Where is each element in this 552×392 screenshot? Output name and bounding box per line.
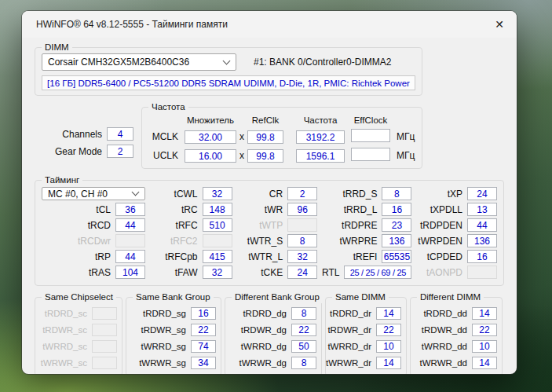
- field-trdrd-dd: tRDRD_dd 14: [415, 307, 497, 320]
- field-twrrd-sc: tWRRD_sc: [40, 340, 117, 353]
- mclk-label: MCLK: [150, 131, 185, 142]
- field-twrrd-sg: tWRRD_sg 74: [131, 340, 216, 353]
- uclk-effclock-value: [351, 148, 390, 161]
- mclk-multiplier-value: 32.00: [185, 130, 236, 144]
- timing-field-tcke: tCKE 24: [232, 266, 318, 279]
- field-label: tCPDED: [427, 251, 462, 262]
- field-twrwr-dg: tWRWR_dg 8: [230, 357, 316, 369]
- close-button[interactable]: ✕: [482, 11, 517, 38]
- field-value: [92, 357, 117, 369]
- timing-field-txp: tXP 24: [411, 187, 497, 200]
- uclk-frequency-value: 1596.1: [296, 149, 345, 163]
- group-different-bank-group-label: Different Bank Group: [232, 291, 323, 303]
- field-value: 510: [203, 218, 232, 232]
- timing-field-twtr-l: tWTR_L 32: [232, 250, 318, 263]
- field-label: tWRRD_dd: [422, 342, 467, 351]
- field-label: tWTR_S: [247, 236, 283, 247]
- timing-field-trcd: tRCD 44: [42, 218, 145, 232]
- column-header-effclock: EffClock: [351, 115, 390, 125]
- field-label: tRDWR_dg: [241, 325, 287, 335]
- timing-grid: MC #0, CH #0 tCL 36 tRCD 44 tRCDwr: [42, 187, 497, 279]
- field-value: [92, 324, 117, 336]
- field-label: tWRPDEN: [418, 236, 462, 247]
- dimm-info-box: [16 ГБ] DDR5-6400 / PC5-51200 DDR5 SDRAM…: [42, 75, 415, 90]
- timing-field-trp: tRP 44: [42, 250, 145, 263]
- field-trdrd-dr: tRDRD_dr 14: [331, 307, 401, 320]
- field-label: tRCD: [88, 220, 111, 231]
- window-titlebar[interactable]: HWiNFO® 64 v8.12-5555 - Тайминги памяти …: [22, 11, 517, 38]
- field-value: 36: [115, 203, 145, 216]
- field-value: 32: [203, 187, 232, 200]
- group-same-bank-group-label: Same Bank Group: [133, 291, 214, 303]
- mclk-effclock-value: [351, 129, 390, 142]
- field-label: tRDWR_sc: [42, 325, 87, 335]
- column-header-multiplier: Множитель: [185, 115, 236, 125]
- field-value: 8: [291, 357, 316, 369]
- field-trdrd-sg: tRDRD_sg 16: [131, 307, 216, 320]
- column-header-frequency: Частота: [296, 115, 345, 125]
- close-icon: ✕: [495, 19, 504, 30]
- group-same-chipselect-label: Same Chipselect: [42, 291, 116, 303]
- dimm-group: DIMM Corsair CMH32GX5M2B6400C36 #1: BANK…: [35, 47, 422, 96]
- field-label: tRFC2: [170, 236, 198, 247]
- field-trdrd-sc: tRDRD_sc: [40, 307, 117, 320]
- field-label: tXPDLL: [430, 204, 462, 215]
- group-different-bank-group: Different Bank Group tRDRD_dg 8 tRDWR_dg…: [225, 297, 322, 374]
- timing-group: Тайминг MC #0, CH #0 tCL 36 tRCD: [35, 180, 504, 286]
- mclk-row: MCLK 32.00 x 99.8 3192.2 МГц: [150, 129, 414, 145]
- field-trdrd-dg: tRDRD_dg 8: [230, 307, 316, 320]
- multiply-sign: x: [236, 131, 247, 142]
- field-label: tRC: [181, 204, 198, 215]
- field-value: 22: [376, 324, 401, 336]
- field-trdwr-dd: tRDWR_dd 22: [415, 324, 497, 336]
- timing-column-2: tCWL 32 tRC 148 tRFC 510 tRFC2: [145, 187, 232, 279]
- mclk-frequency-value: 3192.2: [296, 130, 345, 144]
- field-value: 22: [291, 324, 316, 336]
- timing-field-rtl: RTL 25 / 25 / 69 / 25: [317, 266, 411, 279]
- uclk-multiplier-value: 16.00: [185, 149, 236, 163]
- timing-field-trefi: tREFI 65535: [317, 250, 411, 263]
- timing-group-label: Тайминг: [42, 174, 82, 186]
- field-twrwr-dr: tWRWR_dr 14: [331, 357, 401, 369]
- gear-mode-value: 2: [107, 145, 133, 158]
- frequency-group: Частота Множитель RefClk Частота EffCloc…: [141, 107, 422, 169]
- group-same-dimm: Same DIMM tRDRD_dr 14 tRDWR_dr 22 tWRRD_…: [325, 297, 407, 374]
- field-value: 50: [291, 340, 316, 353]
- uclk-unit-label: МГц: [390, 150, 414, 161]
- chevron-down-icon: [223, 57, 231, 64]
- field-label: tRRD_S: [342, 189, 377, 200]
- field-value: 32: [203, 266, 232, 279]
- frequency-section: Channels 4 Gear Mode 2 Частота Множитель: [35, 107, 504, 169]
- timing-column-5: tXP 24 tXPDLL 13 tRDPDEN 44 tWRPDEN: [411, 187, 497, 279]
- memory-controller-select[interactable]: MC #0, CH #0: [42, 187, 145, 200]
- channels-field: Channels 4: [35, 127, 133, 141]
- field-label: tRAS: [89, 267, 111, 278]
- timing-field-trc: tRC 148: [145, 203, 232, 216]
- field-label: tREFI: [353, 251, 378, 262]
- field-label: tRDPDEN: [420, 220, 462, 231]
- chevron-down-icon: [132, 189, 140, 196]
- field-label: tWTR_L: [248, 251, 283, 262]
- dimm-select[interactable]: Corsair CMH32GX5M2B6400C36: [42, 53, 236, 71]
- window-content: DIMM Corsair CMH32GX5M2B6400C36 #1: BANK…: [22, 38, 517, 374]
- field-value: 34: [191, 357, 216, 369]
- memory-controller-select-value: MC #0, CH #0: [48, 189, 108, 200]
- field-label: tWRRD_sc: [42, 342, 87, 351]
- field-value: 14: [376, 307, 401, 320]
- field-label: tWR: [265, 204, 283, 215]
- field-twrrd-dg: tWRRD_dg 50: [230, 340, 316, 353]
- field-value: [287, 218, 317, 232]
- field-label: tRP: [95, 251, 111, 262]
- uclk-label: UCLK: [150, 150, 185, 161]
- field-trdwr-dg: tRDWR_dg 22: [230, 324, 316, 336]
- field-label: tWRPRE: [339, 236, 377, 247]
- desktop-background: HWiNFO® 64 v8.12-5555 - Тайминги памяти …: [0, 0, 552, 392]
- dimm-slot-label: #1: BANK 0/Controller0-DIMMA2: [254, 57, 391, 68]
- channels-value: 4: [107, 127, 133, 141]
- field-value: 148: [203, 203, 232, 216]
- mclk-refclk-value: 99.8: [247, 130, 283, 144]
- field-value: [203, 234, 232, 247]
- timing-field-trdpre: tRDPRE 23: [317, 218, 411, 232]
- field-value: 16: [382, 203, 411, 216]
- group-different-dimm-label: Different DIMM: [417, 291, 484, 303]
